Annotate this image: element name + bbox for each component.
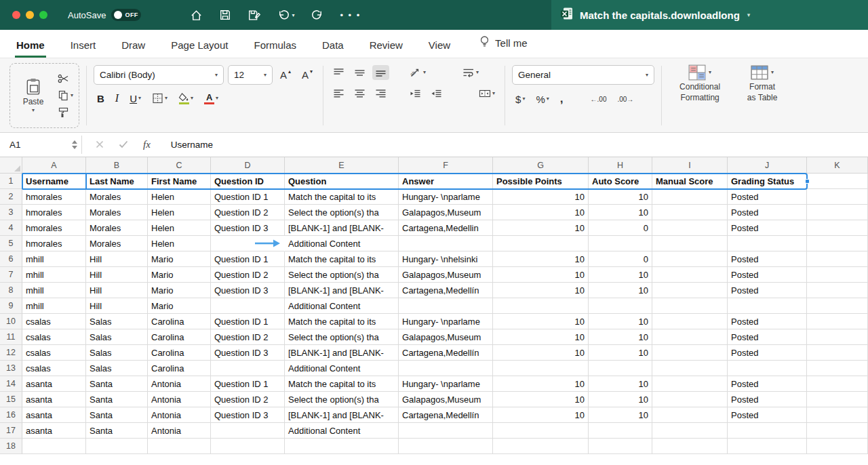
cell-D9[interactable] [211, 298, 285, 314]
cell-H18[interactable] [589, 439, 652, 454]
cell-C17[interactable]: Antonia [148, 423, 211, 439]
minimize-window-button[interactable] [26, 11, 34, 19]
cell-G16[interactable]: 10 [493, 407, 589, 423]
save-as-icon[interactable] [248, 9, 261, 22]
column-header-E[interactable]: E [285, 157, 399, 174]
cell-D11[interactable]: Question ID 2 [211, 329, 285, 345]
cell-H3[interactable]: 10 [589, 205, 652, 220]
column-header-I[interactable]: I [652, 157, 728, 174]
wrap-text-button[interactable]: ▾ [460, 65, 481, 80]
cell-A11[interactable]: csalas [22, 329, 86, 345]
cell-J17[interactable] [728, 423, 807, 439]
align-bottom-button[interactable] [372, 65, 389, 80]
column-header-C[interactable]: C [148, 157, 211, 174]
cell-F13[interactable] [399, 361, 493, 376]
increase-font-size-button[interactable]: A▴ [277, 68, 294, 82]
cell-J15[interactable]: Posted [728, 392, 807, 407]
cell-B14[interactable]: Santa [86, 376, 148, 392]
format-as-table-button[interactable]: ▾ Format as Table [731, 63, 793, 128]
cell-K8[interactable] [807, 283, 868, 298]
cell-A5[interactable]: hmorales [22, 236, 86, 251]
align-top-button[interactable] [330, 65, 347, 80]
align-left-button[interactable] [330, 86, 347, 101]
paste-menu-chevron-icon[interactable]: ▾ [32, 108, 35, 113]
cell-G7[interactable]: 10 [493, 267, 589, 283]
cell-G1[interactable]: Possible Points [493, 174, 589, 189]
cell-A18[interactable] [22, 439, 86, 454]
cell-K2[interactable] [807, 189, 868, 205]
font-size-select[interactable]: 12 ▾ [228, 65, 273, 85]
cell-B7[interactable]: Hill [86, 267, 148, 283]
cell-F6[interactable]: Hungary- \nhelsinki [399, 251, 493, 267]
cell-K5[interactable] [807, 236, 868, 251]
number-format-select[interactable]: General ▾ [512, 65, 654, 85]
tell-me-button[interactable]: Tell me [479, 35, 528, 58]
row-header-18[interactable]: 18 [0, 439, 22, 454]
font-color-button[interactable]: A ▾ [201, 92, 222, 106]
cell-D14[interactable]: Question ID 1 [211, 376, 285, 392]
cell-C7[interactable]: Mario [148, 267, 211, 283]
cell-K15[interactable] [807, 392, 868, 407]
cell-C14[interactable]: Antonia [148, 376, 211, 392]
cell-H4[interactable]: 0 [589, 220, 652, 236]
row-header-11[interactable]: 11 [0, 329, 22, 345]
cell-H1[interactable]: Auto Score [589, 174, 652, 189]
cell-B16[interactable]: Santa [86, 407, 148, 423]
select-all-corner[interactable] [0, 157, 22, 174]
cell-C8[interactable]: Mario [148, 283, 211, 298]
cell-D10[interactable]: Question ID 1 [211, 314, 285, 329]
cell-D3[interactable]: Question ID 2 [211, 205, 285, 220]
column-header-K[interactable]: K [807, 157, 868, 174]
cell-I9[interactable] [652, 298, 728, 314]
cell-B18[interactable] [86, 439, 148, 454]
cell-I8[interactable] [652, 283, 728, 298]
column-header-A[interactable]: A [22, 157, 86, 174]
text-orientation-button[interactable]: ab ▾ [407, 65, 429, 80]
cell-F7[interactable]: Galapagos,Museum [399, 267, 493, 283]
cell-I2[interactable] [652, 189, 728, 205]
cell-E16[interactable]: [BLANK-1] and [BLANK- [285, 407, 399, 423]
cell-F9[interactable] [399, 298, 493, 314]
cell-B12[interactable]: Salas [86, 345, 148, 361]
cell-B15[interactable]: Santa [86, 392, 148, 407]
cell-I4[interactable] [652, 220, 728, 236]
cell-H12[interactable]: 10 [589, 345, 652, 361]
cell-H15[interactable]: 10 [589, 392, 652, 407]
cell-J14[interactable]: Posted [728, 376, 807, 392]
merge-center-button[interactable]: ▾ [476, 86, 498, 101]
cancel-entry-icon[interactable] [96, 139, 104, 151]
row-header-12[interactable]: 12 [0, 345, 22, 361]
cell-F8[interactable]: Cartagena,Medellín [399, 283, 493, 298]
increase-decimal-button[interactable]: ←.00 [587, 94, 610, 104]
cell-I5[interactable] [652, 236, 728, 251]
cell-A12[interactable]: csalas [22, 345, 86, 361]
cell-J16[interactable]: Posted [728, 407, 807, 423]
row-header-16[interactable]: 16 [0, 407, 22, 423]
cell-H13[interactable] [589, 361, 652, 376]
cell-C18[interactable] [148, 439, 211, 454]
cell-A14[interactable]: asanta [22, 376, 86, 392]
column-header-J[interactable]: J [728, 157, 807, 174]
cell-I11[interactable] [652, 329, 728, 345]
cell-I6[interactable] [652, 251, 728, 267]
cell-F1[interactable]: Answer [399, 174, 493, 189]
cell-G12[interactable]: 10 [493, 345, 589, 361]
cell-G15[interactable]: 10 [493, 392, 589, 407]
underline-button[interactable]: U ▾ [126, 92, 144, 106]
row-header-5[interactable]: 5 [0, 236, 22, 251]
cell-G8[interactable]: 10 [493, 283, 589, 298]
cell-F12[interactable]: Cartagena,Medellín [399, 345, 493, 361]
more-toolbar-icon[interactable]: • • • [340, 10, 361, 20]
tab-page-layout[interactable]: Page Layout [170, 33, 229, 58]
cell-D7[interactable]: Question ID 2 [211, 267, 285, 283]
close-window-button[interactable] [12, 11, 20, 19]
align-right-button[interactable] [372, 86, 389, 101]
cell-G3[interactable]: 10 [493, 205, 589, 220]
cell-K9[interactable] [807, 298, 868, 314]
column-header-D[interactable]: D [211, 157, 285, 174]
font-name-select[interactable]: Calibri (Body) ▾ [94, 65, 224, 85]
cell-K13[interactable] [807, 361, 868, 376]
redo-icon[interactable] [311, 9, 323, 22]
cell-K16[interactable] [807, 407, 868, 423]
cell-G18[interactable] [493, 439, 589, 454]
